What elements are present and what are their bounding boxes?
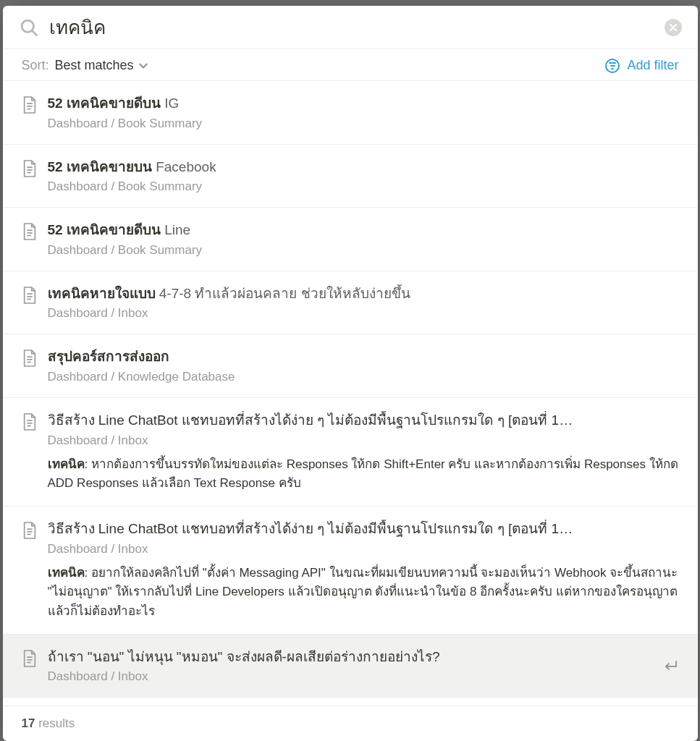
result-body: 52 เทคนิคขายดีบน LineDashboard / Book Su… bbox=[48, 221, 679, 258]
page-icon bbox=[22, 349, 38, 368]
search-result[interactable]: เทคนิคหายใจแบบ 4-7-8 ทำแล้วผ่อนคลาย ช่วย… bbox=[3, 271, 698, 335]
result-path: Dashboard / Inbox bbox=[48, 433, 679, 448]
result-title: วิธีสร้าง Line ChatBot แชทบอทที่สร้างได้… bbox=[48, 520, 679, 539]
result-title: 52 เทคนิคขายบน Facebook bbox=[48, 158, 679, 177]
results-count: 17 bbox=[22, 716, 35, 730]
results-list: 52 เทคนิคขายดีบน IGDashboard / Book Summ… bbox=[3, 81, 698, 706]
page-icon bbox=[22, 96, 38, 114]
result-path: Dashboard / Inbox bbox=[48, 669, 654, 684]
page-icon bbox=[22, 222, 38, 241]
result-path: Dashboard / Knowledge Database bbox=[48, 370, 679, 384]
result-title: 52 เทคนิคขายดีบน IG bbox=[48, 94, 679, 114]
result-title: วิธีสร้าง Line ChatBot แชทบอทที่สร้างได้… bbox=[48, 411, 679, 431]
page-icon bbox=[22, 412, 38, 431]
search-result[interactable]: 52 เทคนิคขายดีบน LineDashboard / Book Su… bbox=[3, 208, 698, 271]
search-result[interactable]: วิธีสร้าง Line ChatBot แชทบอทที่สร้างได้… bbox=[3, 507, 698, 635]
results-footer: 17 results bbox=[3, 706, 698, 741]
result-body: วิธีสร้าง Line ChatBot แชทบอทที่สร้างได้… bbox=[48, 411, 679, 493]
result-path: Dashboard / Book Summary bbox=[48, 117, 679, 131]
clear-search-button[interactable] bbox=[665, 19, 682, 36]
search-input[interactable] bbox=[49, 16, 657, 38]
add-filter-button[interactable]: Add filter bbox=[605, 58, 678, 73]
result-body: 52 เทคนิคขายบน FacebookDashboard / Book … bbox=[48, 158, 679, 195]
search-icon bbox=[19, 17, 39, 38]
sort-value-text: Best matches bbox=[55, 58, 134, 73]
svg-line-1 bbox=[32, 30, 36, 35]
result-snippet: เทคนิค: อยากให้ลองคลิกไปที่ "ตั้งค่า Mes… bbox=[48, 564, 679, 621]
result-path: Dashboard / Inbox bbox=[48, 542, 679, 556]
result-snippet: เทคนิค: หากต้องการขึ้นบรรทัดใหม่ของแต่ละ… bbox=[48, 455, 679, 494]
search-result[interactable]: 52 เทคนิคขายบน FacebookDashboard / Book … bbox=[3, 145, 698, 208]
result-body: ถ้าเรา "นอน" ไม่หนุน "หมอน" จะส่งผลดี-ผล… bbox=[48, 648, 654, 685]
page-icon bbox=[22, 159, 38, 178]
controls-row: Sort: Best matches Add filter bbox=[3, 49, 698, 81]
search-result[interactable]: 52 เทคนิคขายดีบน IGDashboard / Book Summ… bbox=[3, 81, 698, 145]
result-title: ถ้าเรา "นอน" ไม่หนุน "หมอน" จะส่งผลดี-ผล… bbox=[48, 648, 654, 667]
add-filter-label: Add filter bbox=[627, 58, 678, 73]
result-body: สรุปคอร์สการส่งออกDashboard / Knowledge … bbox=[48, 347, 679, 384]
result-path: Dashboard / Book Summary bbox=[48, 179, 679, 194]
result-body: วิธีสร้าง Line ChatBot แชทบอทที่สร้างได้… bbox=[48, 520, 679, 621]
search-modal: Sort: Best matches Add filter 52 เทคนิคข… bbox=[3, 6, 698, 741]
filter-icon bbox=[605, 59, 620, 73]
page-icon bbox=[22, 649, 38, 668]
result-body: เทคนิคหายใจแบบ 4-7-8 ทำแล้วผ่อนคลาย ช่วย… bbox=[48, 284, 679, 321]
results-label: results bbox=[35, 716, 75, 730]
close-icon bbox=[670, 24, 677, 31]
result-title: สรุปคอร์สการส่งออก bbox=[48, 347, 679, 367]
result-path: Dashboard / Book Summary bbox=[48, 243, 679, 258]
search-result[interactable]: ถ้าเรา "นอน" ไม่หนุน "หมอน" จะส่งผลดี-ผล… bbox=[3, 635, 698, 698]
search-result[interactable]: วิธีสร้าง Line ChatBot แชทบอทที่สร้างได้… bbox=[3, 398, 698, 507]
page-icon bbox=[22, 286, 38, 305]
result-body: 52 เทคนิคขายดีบน IGDashboard / Book Summ… bbox=[48, 94, 679, 131]
sort-label: Sort: bbox=[22, 58, 49, 73]
result-title: 52 เทคนิคขายดีบน Line bbox=[48, 221, 679, 240]
search-bar bbox=[3, 6, 698, 49]
chevron-down-icon bbox=[138, 61, 148, 71]
enter-icon bbox=[662, 657, 679, 674]
result-path: Dashboard / Inbox bbox=[48, 306, 679, 321]
page-icon bbox=[22, 521, 38, 540]
search-result[interactable]: สรุปคอร์สการส่งออกDashboard / Knowledge … bbox=[3, 334, 698, 398]
sort-dropdown[interactable]: Best matches bbox=[55, 58, 148, 73]
result-title: เทคนิคหายใจแบบ 4-7-8 ทำแล้วผ่อนคลาย ช่วย… bbox=[48, 284, 679, 304]
